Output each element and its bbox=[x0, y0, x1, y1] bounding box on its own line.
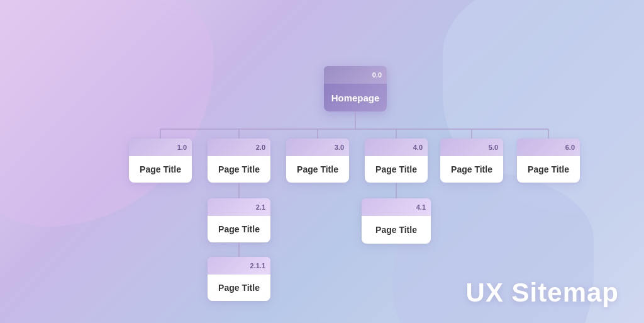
node-label-homepage: Homepage bbox=[331, 93, 380, 103]
node-4-0[interactable]: 4.0 Page Title bbox=[365, 139, 428, 183]
node-id-3-0: 3.0 bbox=[335, 144, 344, 151]
node-header-1-0: 1.0 bbox=[129, 139, 192, 156]
node-label-2-0: Page Title bbox=[218, 164, 260, 174]
node-3-0[interactable]: 3.0 Page Title bbox=[286, 139, 349, 183]
node-label-4-1: Page Title bbox=[375, 225, 417, 235]
node-header-2-1: 2.1 bbox=[208, 198, 270, 216]
node-label-2-1-1: Page Title bbox=[218, 283, 260, 293]
page-main-title: UX Sitemap bbox=[466, 278, 619, 308]
node-id-6-0: 6.0 bbox=[565, 144, 575, 151]
node-id-2-0: 2.0 bbox=[256, 144, 265, 151]
node-2-1-1[interactable]: 2.1.1 Page Title bbox=[208, 257, 270, 301]
node-2-1[interactable]: 2.1 Page Title bbox=[208, 198, 270, 242]
node-id-4-1: 4.1 bbox=[416, 203, 426, 211]
node-header-5-0: 5.0 bbox=[440, 139, 503, 156]
node-header-4-1: 4.1 bbox=[362, 198, 431, 216]
node-body-2-1: Page Title bbox=[208, 216, 270, 242]
node-label-5-0: Page Title bbox=[451, 164, 492, 174]
node-label-3-0: Page Title bbox=[297, 164, 338, 174]
node-header-3-0: 3.0 bbox=[286, 139, 349, 156]
node-id-1-0: 1.0 bbox=[177, 144, 187, 151]
node-label-2-1: Page Title bbox=[218, 224, 260, 234]
node-2-0[interactable]: 2.0 Page Title bbox=[208, 139, 270, 183]
node-6-0[interactable]: 6.0 Page Title bbox=[517, 139, 580, 183]
node-id-4-0: 4.0 bbox=[413, 144, 423, 151]
node-body-4-1: Page Title bbox=[362, 216, 431, 244]
node-body-5-0: Page Title bbox=[440, 156, 503, 183]
node-body-2-1-1: Page Title bbox=[208, 275, 270, 301]
node-label-6-0: Page Title bbox=[528, 164, 569, 174]
node-header-2-1-1: 2.1.1 bbox=[208, 257, 270, 275]
node-header-6-0: 6.0 bbox=[517, 139, 580, 156]
node-id-2-1-1: 2.1.1 bbox=[250, 262, 265, 269]
node-1-0[interactable]: 1.0 Page Title bbox=[129, 139, 192, 183]
node-body-6-0: Page Title bbox=[517, 156, 580, 183]
node-label-1-0: Page Title bbox=[140, 164, 181, 174]
node-5-0[interactable]: 5.0 Page Title bbox=[440, 139, 503, 183]
node-header-homepage: 0.0 bbox=[324, 66, 387, 84]
node-homepage[interactable]: 0.0 Homepage bbox=[324, 66, 387, 111]
node-label-4-0: Page Title bbox=[375, 164, 417, 174]
node-header-2-0: 2.0 bbox=[208, 139, 270, 156]
sitemap-container: 0.0 Homepage 1.0 Page Title 2.0 Page Tit… bbox=[63, 31, 619, 273]
node-body-homepage: Homepage bbox=[324, 84, 387, 111]
node-header-4-0: 4.0 bbox=[365, 139, 428, 156]
node-4-1[interactable]: 4.1 Page Title bbox=[362, 198, 431, 244]
node-body-1-0: Page Title bbox=[129, 156, 192, 183]
node-id-2-1: 2.1 bbox=[256, 203, 265, 211]
node-body-3-0: Page Title bbox=[286, 156, 349, 183]
node-body-2-0: Page Title bbox=[208, 156, 270, 183]
node-body-4-0: Page Title bbox=[365, 156, 428, 183]
node-id-homepage: 0.0 bbox=[372, 71, 382, 79]
node-id-5-0: 5.0 bbox=[489, 144, 498, 151]
